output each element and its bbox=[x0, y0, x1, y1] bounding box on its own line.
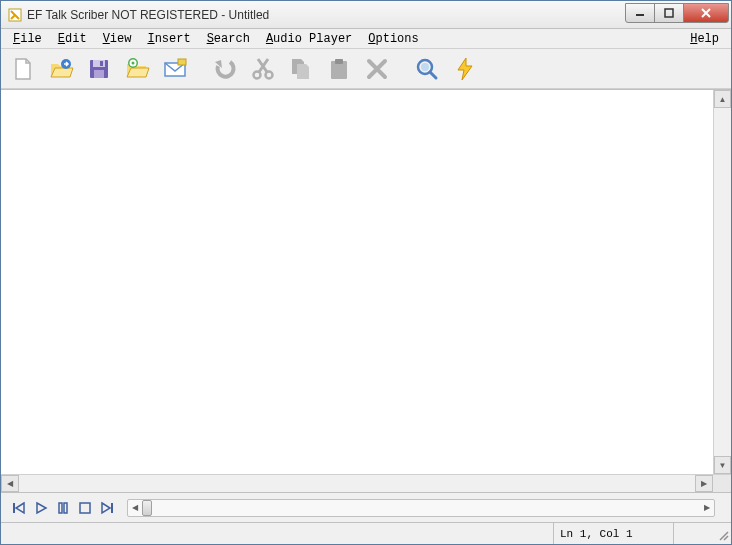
open-file-button[interactable] bbox=[45, 53, 77, 85]
svg-point-13 bbox=[254, 71, 261, 78]
save-button[interactable] bbox=[83, 53, 115, 85]
cut-button[interactable] bbox=[247, 53, 279, 85]
play-button[interactable] bbox=[31, 498, 51, 518]
scroll-up-button[interactable]: ▲ bbox=[714, 90, 731, 108]
menu-file[interactable]: File bbox=[5, 30, 50, 48]
scroll-down-button[interactable]: ▼ bbox=[714, 456, 731, 474]
svg-rect-20 bbox=[59, 503, 62, 513]
svg-rect-16 bbox=[335, 59, 343, 64]
app-icon bbox=[7, 7, 23, 23]
menu-options[interactable]: Options bbox=[360, 30, 426, 48]
horizontal-scrollbar[interactable]: ◀ ▶ bbox=[1, 475, 713, 492]
open-audio-button[interactable] bbox=[121, 53, 153, 85]
status-position: Ln 1, Col 1 bbox=[553, 523, 673, 544]
copy-button[interactable] bbox=[285, 53, 317, 85]
hscroll-track[interactable] bbox=[19, 475, 695, 492]
app-window: EF Talk Scriber NOT REGISTERED - Untitle… bbox=[0, 0, 732, 545]
menu-insert[interactable]: Insert bbox=[139, 30, 198, 48]
undo-button[interactable] bbox=[209, 53, 241, 85]
seek-slider[interactable]: ◀ ▶ bbox=[127, 499, 715, 517]
scroll-left-button[interactable]: ◀ bbox=[1, 475, 19, 492]
last-button[interactable] bbox=[97, 498, 117, 518]
vertical-scrollbar[interactable]: ▲ ▼ bbox=[713, 90, 731, 474]
svg-point-14 bbox=[266, 71, 273, 78]
svg-rect-23 bbox=[111, 503, 113, 513]
send-mail-button[interactable] bbox=[159, 53, 191, 85]
delete-button[interactable] bbox=[361, 53, 393, 85]
svg-rect-12 bbox=[178, 59, 186, 65]
resize-grip-icon[interactable] bbox=[713, 525, 731, 543]
svg-rect-2 bbox=[665, 9, 673, 17]
audio-player: ◀ ▶ bbox=[1, 492, 731, 522]
editor-area: ▲ ▼ bbox=[1, 89, 731, 474]
text-editor[interactable] bbox=[1, 90, 713, 474]
first-button[interactable] bbox=[9, 498, 29, 518]
svg-rect-7 bbox=[100, 61, 103, 66]
menubar: File Edit View Insert Search Audio Playe… bbox=[1, 29, 731, 49]
new-file-button[interactable] bbox=[7, 53, 39, 85]
svg-rect-6 bbox=[94, 70, 104, 78]
menu-search[interactable]: Search bbox=[199, 30, 258, 48]
window-title: EF Talk Scriber NOT REGISTERED - Untitle… bbox=[27, 8, 626, 22]
pause-button[interactable] bbox=[53, 498, 73, 518]
bolt-button[interactable] bbox=[449, 53, 481, 85]
scroll-right-button[interactable]: ▶ bbox=[695, 475, 713, 492]
svg-rect-21 bbox=[64, 503, 67, 513]
find-button[interactable] bbox=[411, 53, 443, 85]
status-extra bbox=[673, 523, 713, 544]
menu-view[interactable]: View bbox=[95, 30, 140, 48]
titlebar: EF Talk Scriber NOT REGISTERED - Untitle… bbox=[1, 1, 731, 29]
menu-audio-player[interactable]: Audio Player bbox=[258, 30, 360, 48]
toolbar bbox=[1, 49, 731, 89]
menu-help[interactable]: Help bbox=[682, 30, 727, 48]
paste-button[interactable] bbox=[323, 53, 355, 85]
seek-thumb[interactable] bbox=[142, 500, 152, 516]
minimize-button[interactable] bbox=[625, 3, 655, 23]
window-controls bbox=[626, 3, 729, 23]
stop-button[interactable] bbox=[75, 498, 95, 518]
horizontal-scrollbar-row: ◀ ▶ bbox=[1, 474, 731, 492]
svg-rect-5 bbox=[93, 60, 105, 67]
status-main bbox=[1, 523, 553, 544]
svg-point-18 bbox=[421, 63, 429, 71]
seek-dec-button[interactable]: ◀ bbox=[128, 500, 142, 516]
menu-edit[interactable]: Edit bbox=[50, 30, 95, 48]
svg-point-10 bbox=[132, 61, 135, 64]
seek-inc-button[interactable]: ▶ bbox=[700, 500, 714, 516]
statusbar: Ln 1, Col 1 bbox=[1, 522, 731, 544]
svg-rect-22 bbox=[80, 503, 90, 513]
close-button[interactable] bbox=[683, 3, 729, 23]
scroll-corner bbox=[713, 475, 731, 492]
maximize-button[interactable] bbox=[654, 3, 684, 23]
